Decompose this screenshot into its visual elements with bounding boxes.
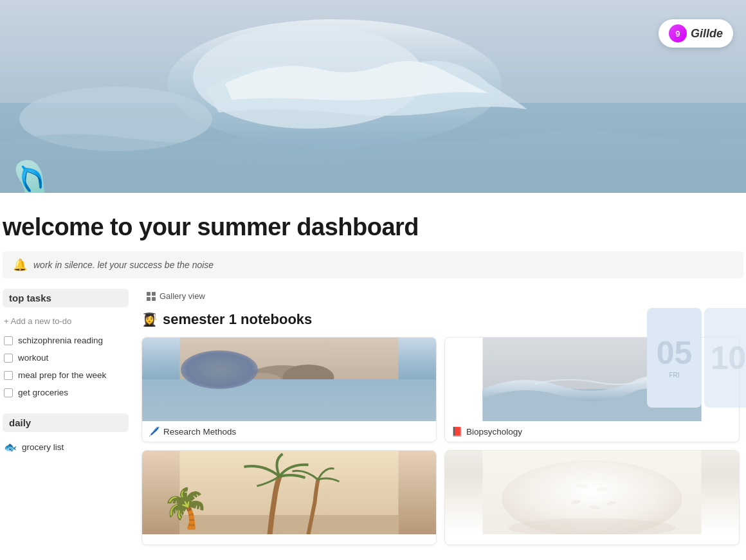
card-emoji-bio: 📕	[451, 426, 462, 437]
svg-line-19	[180, 402, 399, 403]
task-label-3: meal prep for the week	[18, 370, 106, 382]
daily-header: daily	[3, 413, 129, 432]
task-checkbox-1[interactable]	[4, 336, 13, 345]
svg-point-13	[244, 373, 283, 392]
hero-svg	[0, 0, 746, 193]
card-label-palm	[142, 534, 436, 545]
add-todo-button[interactable]: + Add a new to-do	[3, 314, 129, 329]
card-title-bio: Biopsychology	[466, 427, 522, 437]
quote-text: work in silence. let your success be the…	[33, 260, 214, 270]
hero-image	[0, 0, 746, 193]
card-image-research	[142, 338, 436, 421]
food-svg	[445, 451, 739, 534]
notebooks-emoji: 👩‍🎓	[141, 312, 158, 327]
svg-point-15	[248, 395, 254, 399]
hero-banner: 🩴	[0, 0, 746, 193]
quote-icon: 🔔	[13, 258, 27, 272]
gallery-view-button[interactable]: Gallery view	[141, 289, 740, 303]
svg-line-20	[180, 410, 360, 411]
calendar-day-05: 05	[657, 337, 693, 369]
svg-rect-9	[180, 338, 399, 421]
logo-badge: 9 Gillde	[659, 19, 733, 48]
svg-point-18	[351, 395, 356, 398]
gallery-view-label: Gallery view	[159, 291, 205, 301]
grocery-icon: 🐟	[4, 441, 17, 453]
task-label-1: schizophrenia reading	[18, 335, 103, 347]
svg-rect-24	[180, 515, 399, 534]
gallery-card-palm[interactable]	[141, 450, 437, 545]
main-gallery-area: Gallery view 👩‍🎓 semester 1 notebooks	[135, 289, 746, 545]
calendar-tile-10: 10	[704, 308, 746, 408]
svg-rect-10	[180, 386, 399, 421]
card-label-bio: 📕 Biopsychology	[445, 421, 739, 442]
logo-icon: 9	[669, 24, 687, 42]
svg-point-14	[228, 392, 235, 396]
grocery-list-item[interactable]: 🐟 grocery list	[3, 438, 129, 456]
svg-point-12	[283, 365, 334, 390]
gallery-card-food[interactable]	[444, 450, 740, 545]
task-item: schizophrenia reading	[3, 332, 129, 350]
calendar-day-10: 10	[711, 342, 746, 374]
card-label-food	[445, 534, 739, 545]
task-label-4: get groceries	[18, 387, 68, 399]
calendar-label-fri: FRI	[669, 372, 679, 379]
calendar-tiles-container: 05 FRI 10	[647, 308, 746, 408]
palm-svg	[142, 451, 436, 534]
page-title: welcome to your summer dashboard	[0, 206, 746, 246]
two-col-layout: top tasks + Add a new to-do schizophreni…	[0, 289, 746, 545]
wave-container	[0, 0, 746, 193]
sidebar-tasks: top tasks + Add a new to-do schizophreni…	[0, 289, 135, 545]
task-item: workout	[3, 350, 129, 367]
card-image-palm	[142, 451, 436, 534]
card-emoji-research: 🖊️	[149, 426, 159, 437]
logo-text: Gillde	[691, 27, 723, 41]
task-checkbox-4[interactable]	[4, 388, 13, 397]
card-image-food	[445, 451, 739, 534]
gallery-grid-icon	[147, 292, 156, 301]
task-checkbox-2[interactable]	[4, 354, 13, 363]
coastal-svg	[142, 338, 436, 421]
svg-point-17	[331, 391, 338, 395]
daily-section: daily 🐟 grocery list	[3, 413, 129, 456]
card-label-research: 🖊️ Research Methods	[142, 421, 436, 442]
top-tasks-header: top tasks	[3, 289, 129, 307]
grocery-label: grocery list	[22, 442, 64, 452]
task-item: meal prep for the week	[3, 367, 129, 384]
gallery-card-research-methods[interactable]: 🖊️ Research Methods	[141, 337, 437, 442]
task-label-2: workout	[18, 352, 48, 365]
svg-point-16	[305, 394, 312, 397]
task-item: get groceries	[3, 384, 129, 402]
main-content: welcome to your summer dashboard 🔔 work …	[0, 193, 746, 545]
notebooks-title-text: semester 1 notebooks	[163, 311, 312, 328]
task-checkbox-3[interactable]	[4, 371, 13, 380]
calendar-tile-05: 05 FRI	[647, 308, 702, 408]
quote-banner: 🔔 work in silence. let your success be t…	[3, 251, 743, 278]
card-title-research: Research Methods	[163, 427, 236, 437]
